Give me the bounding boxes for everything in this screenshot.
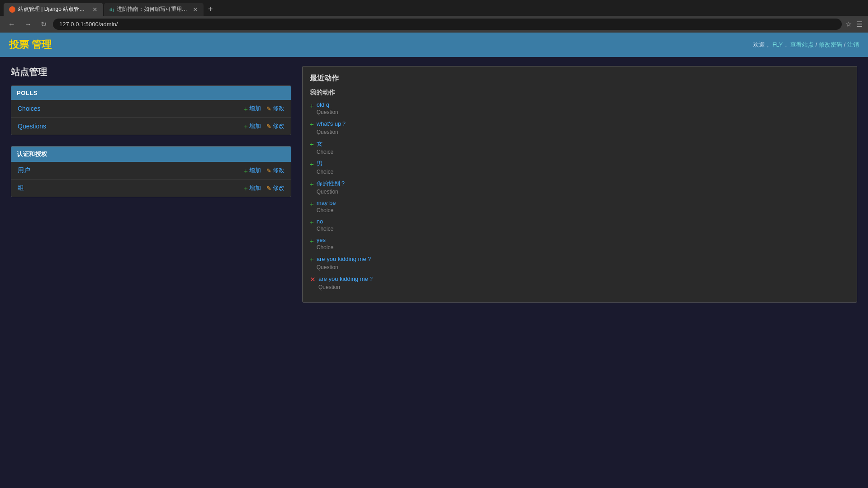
back-button[interactable]: ← — [5, 19, 18, 29]
add-icon: + — [310, 218, 314, 226]
action-type-9: Question — [318, 284, 340, 290]
action-type-7: Choice — [317, 244, 333, 251]
header-user-link[interactable]: FLY — [773, 41, 783, 48]
choices-link[interactable]: Choices — [18, 105, 244, 112]
add-icon: + — [310, 180, 314, 188]
action-content-3: 男Choice — [317, 160, 333, 175]
action-label-2[interactable]: 女 — [317, 140, 333, 148]
action-label-0[interactable]: old q — [317, 101, 338, 108]
action-type-8: Question — [317, 264, 338, 270]
view-site-link[interactable]: 查看站点 — [790, 41, 814, 48]
choices-add-link[interactable]: + 增加 — [244, 104, 261, 113]
delete-icon: ✕ — [310, 275, 316, 284]
add-icon: + — [310, 200, 314, 208]
action-item-4: +你的性别？Question — [310, 180, 849, 195]
page-heading: 站点管理 — [11, 66, 291, 78]
tab-1[interactable]: 站点管理 | Django 站点管理员 ✕ — [4, 3, 103, 16]
tab-1-title: 站点管理 | Django 站点管理员 — [18, 5, 90, 13]
welcome-text: 欢迎， — [753, 41, 771, 48]
reader-icon[interactable]: ☰ — [856, 20, 863, 28]
new-tab-button[interactable]: + — [204, 3, 217, 16]
action-content-5: may beChoice — [317, 199, 336, 213]
polls-section: POLLS Choices + 增加 ✎ 修改 — [11, 85, 291, 135]
app-header: 投票 管理 欢迎， FLY． 查看站点 / 修改密码 / 注销 — [0, 33, 868, 57]
questions-actions: + 增加 ✎ 修改 — [244, 122, 285, 130]
action-label-5[interactable]: may be — [317, 199, 336, 206]
action-item-3: +男Choice — [310, 160, 849, 175]
groups-link[interactable]: 组 — [18, 184, 244, 192]
bookmark-icon[interactable]: ☆ — [845, 20, 852, 28]
action-item-8: +are you kidding me？Question — [310, 255, 849, 270]
action-item-2: +女Choice — [310, 140, 849, 155]
action-label-9[interactable]: are you kidding me？ — [318, 275, 374, 283]
action-type-1: Question — [317, 129, 338, 135]
tab-2[interactable]: dj 进阶指南：如何编写可重用程序... ✕ — [104, 3, 204, 16]
action-content-9: are you kidding me？Question — [318, 275, 374, 290]
choices-change-label: 修改 — [273, 104, 285, 113]
auth-section: 认证和授权 用户 + 增加 ✎ 修改 — [11, 146, 291, 197]
toolbar-icons: ☆ ☰ — [845, 20, 863, 28]
action-content-1: what's up？Question — [317, 120, 347, 135]
users-add-link[interactable]: + 增加 — [244, 166, 261, 175]
questions-add-link[interactable]: + 增加 — [244, 122, 261, 130]
groups-change-link[interactable]: ✎ 修改 — [266, 184, 285, 192]
users-change-label: 修改 — [273, 166, 285, 175]
choices-add-plus-icon: + — [244, 105, 248, 113]
add-icon: + — [310, 160, 314, 168]
action-label-6[interactable]: no — [317, 218, 333, 225]
action-label-8[interactable]: are you kidding me？ — [317, 255, 372, 263]
tab-bar: 站点管理 | Django 站点管理员 ✕ dj 进阶指南：如何编写可重用程序.… — [0, 0, 868, 16]
action-label-4[interactable]: 你的性别？ — [317, 180, 346, 188]
questions-change-link[interactable]: ✎ 修改 — [266, 122, 285, 130]
groups-change-label: 修改 — [273, 184, 285, 192]
action-item-1: +what's up？Question — [310, 120, 849, 135]
questions-link[interactable]: Questions — [18, 123, 244, 130]
polls-choices-row: Choices + 增加 ✎ 修改 — [11, 100, 291, 118]
users-actions: + 增加 ✎ 修改 — [244, 166, 285, 175]
reload-button[interactable]: ↻ — [38, 19, 49, 29]
action-content-7: yesChoice — [317, 237, 333, 251]
users-add-plus-icon: + — [244, 167, 248, 175]
address-input[interactable] — [53, 19, 842, 30]
questions-add-plus-icon: + — [244, 123, 248, 130]
tab-1-favicon — [9, 6, 15, 13]
browser-chrome: 站点管理 | Django 站点管理员 ✕ dj 进阶指南：如何编写可重用程序.… — [0, 0, 868, 33]
action-type-6: Choice — [317, 226, 333, 232]
app-title: 投票 管理 — [9, 38, 52, 52]
choices-add-label: 增加 — [249, 104, 261, 113]
add-icon: + — [310, 237, 314, 245]
action-type-0: Question — [317, 109, 338, 115]
groups-add-label: 增加 — [249, 184, 261, 192]
questions-add-label: 增加 — [249, 122, 261, 130]
tab-2-title: 进阶指南：如何编写可重用程序... — [117, 5, 190, 13]
users-add-label: 增加 — [249, 166, 261, 175]
action-label-1[interactable]: what's up？ — [317, 120, 347, 128]
action-type-2: Choice — [317, 149, 333, 155]
action-label-7[interactable]: yes — [317, 237, 333, 243]
users-change-pencil-icon: ✎ — [266, 167, 271, 174]
action-content-6: noChoice — [317, 218, 333, 232]
logout-link[interactable]: 注销 — [847, 41, 859, 48]
left-panel: 站点管理 POLLS Choices + 增加 ✎ 修改 — [11, 66, 291, 303]
forward-button[interactable]: → — [22, 19, 34, 29]
users-link[interactable]: 用户 — [18, 166, 244, 175]
questions-change-pencil-icon: ✎ — [266, 123, 271, 130]
action-content-4: 你的性别？Question — [317, 180, 346, 195]
polls-section-body: Choices + 增加 ✎ 修改 Questions — [11, 100, 291, 135]
groups-add-link[interactable]: + 增加 — [244, 184, 261, 192]
auth-users-row: 用户 + 增加 ✎ 修改 — [11, 162, 291, 180]
users-change-link[interactable]: ✎ 修改 — [266, 166, 285, 175]
action-type-4: Question — [317, 189, 338, 195]
address-bar: ← → ↻ ☆ ☰ — [0, 16, 868, 33]
add-icon: + — [310, 102, 314, 109]
action-item-7: +yesChoice — [310, 237, 849, 251]
right-panel: 最近动作 我的动作 +old qQuestion+what's up？Quest… — [302, 66, 857, 303]
change-password-link[interactable]: 修改密码 — [819, 41, 842, 48]
action-item-9: ✕are you kidding me？Question — [310, 275, 849, 290]
choices-change-link[interactable]: ✎ 修改 — [266, 104, 285, 113]
tab-2-close[interactable]: ✕ — [193, 6, 198, 13]
polls-questions-row: Questions + 增加 ✎ 修改 — [11, 118, 291, 135]
tab-1-close[interactable]: ✕ — [92, 6, 98, 13]
action-label-3[interactable]: 男 — [317, 160, 333, 168]
polls-section-header: POLLS — [11, 86, 291, 100]
